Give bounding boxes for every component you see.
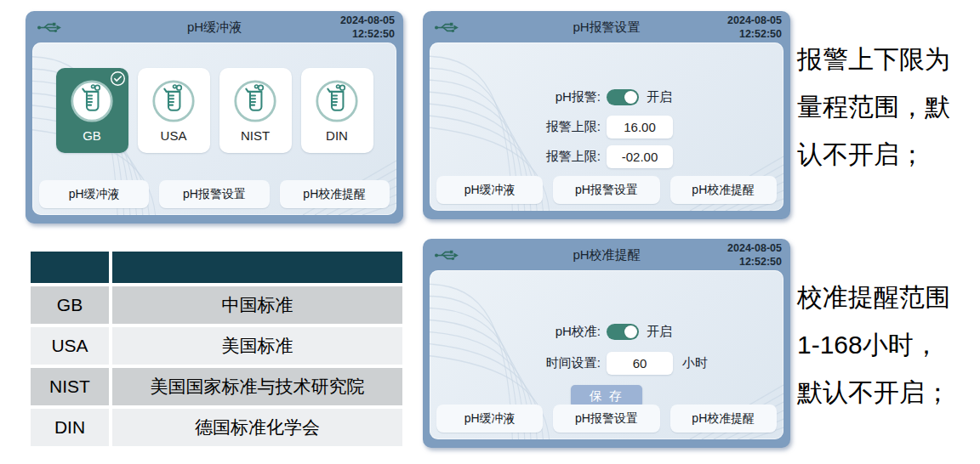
table-cell-name: 美国国家标准与技术研究院 [112,368,402,405]
datetime: 2024-08-05 12:52:50 [727,14,782,41]
buffer-card-din[interactable]: DIN [301,68,373,153]
table-cell-code: GB [31,286,109,324]
usb-icon [433,248,460,263]
standards-table: GB 中国标准 USA 美国标准 NIST 美国国家标准与技术研究院 DIN 德… [31,252,402,446]
tab-ph-calibration[interactable]: pH校准提醒 [670,176,777,204]
beaker-icon [151,79,196,123]
tab-ph-buffer[interactable]: pH缓冲液 [39,180,149,208]
table-cell-code: NIST [31,368,109,405]
time: 12:52:50 [727,256,782,269]
calibration-toggle-row: pH校准: 开启 [430,324,783,340]
screen-header: pH报警设置 2024-08-05 12:52:50 [423,11,790,43]
buffer-card-label: NIST [241,128,270,143]
table-cell-name: 德国标准化学会 [112,409,402,446]
date: 2024-08-05 [727,242,782,256]
table-header-cell [31,252,109,283]
note-line: 量程范围，默 [797,83,980,131]
datetime: 2024-08-05 12:52:50 [727,242,782,269]
tab-ph-alarm[interactable]: pH报警设置 [159,180,269,208]
buffer-card-usa[interactable]: USA [138,68,210,153]
time: 12:52:50 [340,28,395,42]
screen-ph-calibration: pH校准提醒 2024-08-05 12:52:50 pH校准: [423,239,790,448]
date: 2024-08-05 [727,14,782,28]
alarm-lower-limit-input[interactable] [607,145,673,168]
beaker-icon [315,79,359,123]
screen-header: pH校准提醒 2024-08-05 12:52:50 [423,239,790,271]
time-setting-input[interactable] [607,352,673,375]
time-unit-label: 小时 [682,355,708,371]
screen-header: pH缓冲液 2024-08-05 12:52:50 [26,11,403,43]
screen-body: GB USA [32,42,396,215]
screen-body: pH校准: 开启 时间设置: 小时 保 存 pH缓冲液 pH [430,270,783,439]
note-calibration-range: 校准提醒范围 1-168小时， 默认不开启； [797,274,980,416]
buffer-card-label: USA [161,128,187,143]
beaker-icon [233,79,277,123]
table-header-cell [112,252,402,283]
calibration-toggle[interactable] [607,324,639,340]
note-line: 报警上下限为 [797,36,980,83]
table-cell-code: USA [31,327,109,365]
calibration-form: pH校准: 开启 时间设置: 小时 保 存 [430,302,783,407]
screen-body: pH报警: 开启 报警上限: 报警上限: [430,42,783,211]
table-cell-code: DIN [31,409,109,446]
beaker-icon [70,79,114,123]
check-icon [110,71,126,87]
buffer-card-label: DIN [326,128,348,143]
buffer-card-nist[interactable]: NIST [219,68,292,153]
usb-icon [433,20,460,35]
tab-ph-alarm[interactable]: pH报警设置 [553,405,659,433]
alarm-upper-limit-input[interactable] [607,116,673,139]
tab-ph-alarm[interactable]: pH报警设置 [553,176,659,204]
buffer-card-label: GB [83,128,101,143]
note-line: 认不开启； [797,131,980,178]
alarm-lower-label: 报警上限: [479,149,607,165]
note-alarm-range: 报警上下限为 量程范围，默 认不开启； [797,36,980,178]
time: 12:52:50 [727,28,782,42]
page-title: pH报警设置 [573,20,640,36]
alarm-toggle[interactable] [607,89,639,105]
tab-bar: pH缓冲液 pH报警设置 pH校准提醒 [436,405,777,433]
page: pH缓冲液 2024-08-05 12:52:50 [0,0,980,464]
date: 2024-08-05 [340,14,395,28]
screen-ph-buffer: pH缓冲液 2024-08-05 12:52:50 [26,11,403,224]
screen-ph-alarm: pH报警设置 2024-08-05 12:52:50 pH报警: [423,11,790,219]
tab-ph-buffer[interactable]: pH缓冲液 [436,405,543,433]
buffer-card-gb[interactable]: GB [56,68,128,153]
alarm-toggle-row: pH报警: 开启 [430,89,783,105]
toggle-knob [624,91,637,104]
datetime: 2024-08-05 12:52:50 [340,14,395,41]
page-title: pH校准提醒 [573,247,640,263]
tab-ph-calibration[interactable]: pH校准提醒 [670,405,777,433]
alarm-lower-row: 报警上限: [430,145,783,168]
toggle-knob [624,325,637,338]
alarm-toggle-state: 开启 [647,89,672,105]
tab-bar: pH缓冲液 pH报警设置 pH校准提醒 [436,176,777,204]
tab-bar: pH缓冲液 pH报警设置 pH校准提醒 [39,180,390,208]
note-line: 默认不开启； [797,369,980,416]
alarm-upper-label: 报警上限: [479,119,607,135]
page-title: pH缓冲液 [187,20,242,36]
buffer-card-list: GB USA [32,68,396,153]
note-line: 校准提醒范围 [797,274,980,321]
tab-ph-calibration[interactable]: pH校准提醒 [280,180,390,208]
calibration-toggle-label: pH校准: [479,324,607,340]
table-cell-name: 美国标准 [112,327,402,365]
tab-ph-buffer[interactable]: pH缓冲液 [436,176,543,204]
note-line: 1-168小时， [797,321,980,369]
time-setting-row: 时间设置: 小时 [430,352,783,375]
usb-icon [36,20,63,35]
alarm-toggle-label: pH报警: [479,89,607,105]
time-setting-label: 时间设置: [479,355,607,371]
calibration-toggle-state: 开启 [647,324,672,340]
table-cell-name: 中国标准 [112,286,402,324]
alarm-upper-row: 报警上限: [430,116,783,139]
